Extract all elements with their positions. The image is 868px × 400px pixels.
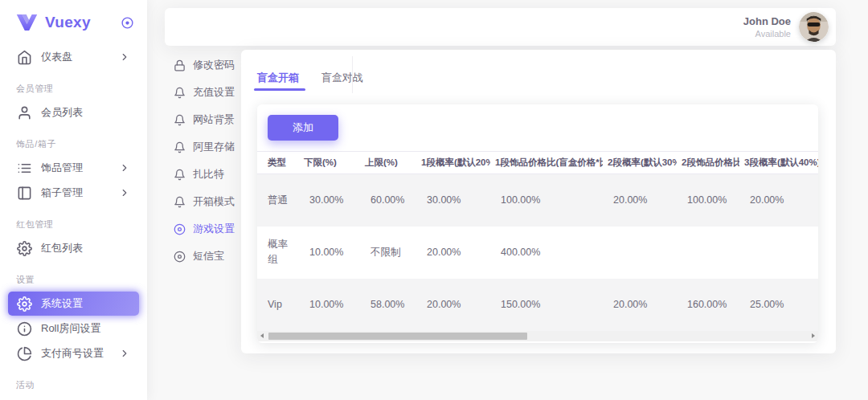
cell-type: 普通 — [257, 174, 299, 227]
pie-chart-icon — [17, 346, 32, 361]
tab-blindbox-unboxing[interactable]: 盲盒开箱 — [257, 71, 299, 85]
sidebar-section-redpacket: 红包管理 — [0, 206, 147, 236]
scrollbar-thumb[interactable] — [268, 333, 527, 340]
col-header-lower-limit: 下限(%) — [299, 152, 360, 174]
col-header-type: 类型 — [257, 152, 299, 174]
content-card: 盲盒开箱 盲盒对战 添加 类型 下限(%) 上限(%) 1段概率(默认20%) — [241, 50, 836, 353]
sidebar-section-items-boxes: 饰品/箱子 — [0, 125, 147, 156]
game-settings-panel: 添加 类型 下限(%) 上限(%) 1段概率(默认20%) 1段饰品价格比(盲盒… — [257, 104, 818, 343]
settings-submenu: 修改密码 充值设置 网站背景 阿里存储 扎比特 开箱模式 游戏设置 — [174, 51, 241, 270]
user-dropdown[interactable]: John Doe Available — [743, 15, 791, 39]
col-header-seg3-probability: 3段概率(默认40%) — [739, 152, 818, 174]
sidebar-item-ornament-management[interactable]: 饰品管理 — [8, 156, 139, 180]
user-status: Available — [743, 29, 791, 39]
col-header-seg1-probability: 1段概率(默认20%) — [416, 152, 490, 174]
col-header-seg1-price-ratio: 1段饰品价格比(盲盒价格*比例) — [490, 152, 603, 174]
lock-icon — [174, 59, 186, 71]
gear-icon — [17, 296, 32, 312]
sidebar-section-activity: 活动 — [0, 366, 147, 397]
scrollbar-right-arrow-icon[interactable] — [808, 331, 818, 341]
sidebar-item-redpacket-list[interactable]: 红包列表 — [8, 236, 139, 260]
bell-icon — [174, 87, 186, 99]
list-icon — [17, 161, 32, 176]
bell-icon — [174, 141, 186, 153]
cell-type: 概率组 — [257, 227, 299, 279]
table-row: 概率组 10.00% 不限制 20.00% 400.00% — [257, 227, 818, 279]
chevron-right-icon — [119, 187, 130, 198]
avatar[interactable] — [799, 12, 829, 42]
chevron-right-icon — [119, 348, 130, 359]
sidebar-item-member-list[interactable]: 会员列表 — [8, 100, 139, 124]
disc-icon — [174, 223, 186, 235]
submenu-item-change-password[interactable]: 修改密码 — [174, 51, 241, 79]
tabs-divider — [352, 56, 353, 93]
cell-type: Vip — [257, 279, 299, 331]
active-tab-underline — [254, 88, 305, 91]
rates-table: 类型 下限(%) 上限(%) 1段概率(默认20%) 1段饰品价格比(盲盒价格*… — [257, 151, 818, 331]
scrollbar-left-arrow-icon[interactable] — [257, 331, 268, 341]
table-header-row: 类型 下限(%) 上限(%) 1段概率(默认20%) 1段饰品价格比(盲盒价格*… — [257, 152, 818, 174]
vuexy-logo-icon — [16, 14, 38, 31]
gear-icon — [17, 241, 32, 256]
table-row: Vip 10.00% 58.00% 20.00% 150.00% 20.00% … — [257, 279, 818, 331]
sidebar-item-roll-room-settings[interactable]: Roll房间设置 — [8, 316, 139, 341]
add-button[interactable]: 添加 — [268, 115, 338, 141]
sidebar-section-settings: 设置 — [0, 261, 147, 292]
submenu-item-sms-treasure[interactable]: 短信宝 — [174, 243, 241, 270]
sidebar-item-system-settings[interactable]: 系统设置 — [8, 292, 139, 316]
submenu-item-site-background[interactable]: 网站背景 — [174, 106, 241, 133]
submenu-item-zhabite[interactable]: 扎比特 — [174, 161, 241, 188]
toolbar: 添加 — [257, 104, 818, 151]
bell-icon — [174, 196, 186, 208]
home-icon — [17, 50, 32, 65]
bell-icon — [174, 114, 186, 126]
box-icon — [17, 186, 32, 201]
tab-blindbox-battle[interactable]: 盲盒对战 — [321, 71, 363, 85]
chevron-right-icon — [119, 51, 130, 63]
col-header-upper-limit: 上限(%) — [360, 152, 416, 174]
bell-icon — [174, 169, 186, 181]
brand-name: Vuexy — [45, 14, 121, 31]
table-row: 普通 30.00% 60.00% 30.00% 100.00% 20.00% 1… — [257, 174, 818, 227]
col-header-seg2-probability: 2段概率(默认30%) — [603, 152, 677, 174]
sidebar-item-box-management[interactable]: 箱子管理 — [8, 181, 139, 205]
sidebar-item-payment-merchant-settings[interactable]: 支付商号设置 — [8, 341, 139, 365]
sidebar: Vuexy 仪表盘 会员管理 会员列表 饰品/箱子 饰品管理 — [0, 0, 147, 400]
col-header-seg2-price-ratio: 2段饰品价格比 — [677, 152, 739, 174]
brand-logo[interactable]: Vuexy — [0, 0, 147, 45]
submenu-item-game-settings[interactable]: 游戏设置 — [174, 215, 241, 243]
horizontal-scrollbar[interactable] — [257, 331, 818, 341]
submenu-item-unboxing-mode[interactable]: 开箱模式 — [174, 188, 241, 215]
submenu-item-ali-storage[interactable]: 阿里存储 — [174, 133, 241, 161]
chevron-right-icon — [119, 162, 130, 173]
sidebar-section-members: 会员管理 — [0, 70, 147, 100]
user-icon — [17, 105, 32, 120]
info-icon — [17, 321, 32, 337]
tab-bar: 盲盒开箱 盲盒对战 — [241, 50, 836, 94]
sidebar-item-dashboard[interactable]: 仪表盘 — [8, 45, 139, 69]
submenu-item-recharge-settings[interactable]: 充值设置 — [174, 79, 241, 106]
menu-pin-toggle-icon[interactable] — [121, 16, 134, 30]
table-scroll-viewport: 类型 下限(%) 上限(%) 1段概率(默认20%) 1段饰品价格比(盲盒价格*… — [257, 151, 818, 331]
top-navbar: John Doe Available — [165, 8, 836, 46]
disc-icon — [174, 251, 186, 263]
user-name: John Doe — [743, 15, 791, 27]
